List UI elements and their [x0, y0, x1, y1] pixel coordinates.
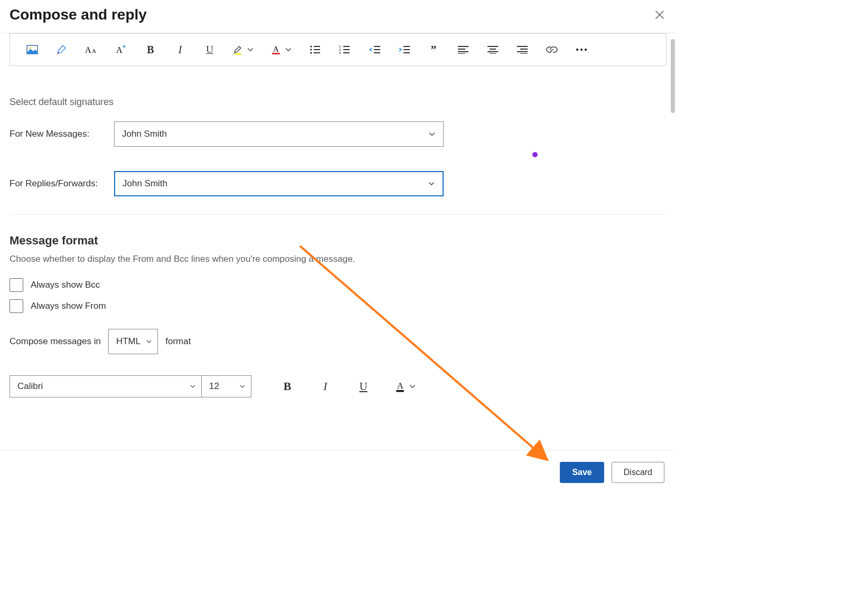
default-font-style-toolbar: B I U A [281, 380, 416, 393]
default-underline-button[interactable]: U [357, 380, 370, 393]
dropdown-value: HTML [116, 336, 140, 347]
always-show-bcc-checkbox[interactable] [10, 278, 23, 292]
default-signatures-heading: Select default signatures [10, 97, 666, 108]
svg-point-15 [580, 49, 583, 51]
format-painter-button[interactable] [55, 43, 68, 56]
italic-button[interactable]: I [174, 43, 186, 56]
font-size-button[interactable]: AA [85, 43, 98, 56]
dropdown-value: Calibri [17, 381, 43, 392]
paint-brush-icon [56, 44, 68, 55]
align-center-button[interactable] [486, 43, 499, 56]
svg-text:3: 3 [339, 51, 341, 54]
clear-formatting-button[interactable]: A [115, 43, 127, 56]
numbered-list-button[interactable]: 123 [339, 43, 351, 56]
always-show-from-checkbox[interactable] [10, 299, 23, 313]
editor-toolbar: AA A B I U A [10, 33, 666, 65]
chevron-down-icon [190, 383, 196, 390]
dropdown-value: John Smith [123, 178, 167, 189]
new-messages-label: For New Messages: [10, 129, 105, 139]
compose-format-row: Compose messages in HTML format [10, 329, 666, 354]
more-options-button[interactable] [575, 43, 588, 56]
chevron-down-icon [146, 338, 152, 345]
always-show-from-label: Always show From [31, 301, 106, 311]
underline-button[interactable]: U [203, 43, 216, 56]
svg-point-8 [311, 46, 312, 48]
chevron-down-icon [285, 46, 292, 53]
compose-format-label-pre: Compose messages in [10, 336, 101, 347]
font-color-icon: A [395, 381, 406, 392]
font-size-icon: AA [85, 45, 98, 54]
outdent-button[interactable] [368, 43, 381, 56]
align-left-icon [457, 45, 469, 54]
svg-point-10 [311, 52, 312, 54]
default-italic-button[interactable]: I [319, 380, 332, 393]
align-center-icon [487, 45, 499, 54]
svg-text:A: A [397, 381, 403, 390]
indent-button[interactable] [398, 43, 410, 56]
align-right-button[interactable] [516, 43, 529, 56]
chevron-down-icon [247, 46, 254, 53]
font-color-icon: A [271, 44, 281, 55]
default-font-name-dropdown[interactable]: Calibri [10, 375, 202, 397]
clear-format-icon: A [115, 44, 127, 55]
align-right-icon [517, 45, 528, 54]
replies-forwards-label: For Replies/Forwards: [10, 178, 105, 189]
vertical-scrollbar[interactable] [671, 39, 675, 113]
settings-scroll-area[interactable]: Compose and reply AA [0, 0, 676, 450]
new-messages-signature-dropdown[interactable]: John Smith [114, 121, 444, 147]
highlighter-icon [233, 44, 243, 55]
signature-editor[interactable]: AA A B I U A [10, 33, 666, 66]
svg-point-16 [585, 49, 587, 51]
close-icon [655, 10, 664, 20]
always-show-bcc-label: Always show Bcc [31, 280, 100, 290]
svg-text:A: A [85, 45, 91, 54]
svg-text:A: A [92, 48, 96, 54]
svg-point-9 [311, 49, 312, 51]
new-messages-row: For New Messages: John Smith [10, 121, 666, 147]
chevron-down-icon [239, 383, 246, 390]
close-button[interactable] [654, 9, 665, 21]
align-left-button[interactable] [457, 43, 470, 56]
svg-point-14 [576, 49, 578, 51]
highlight-color-button[interactable] [233, 44, 254, 55]
indent-icon [398, 45, 410, 54]
default-font-size-dropdown[interactable]: 12 [202, 375, 251, 397]
always-show-bcc-row: Always show Bcc [10, 278, 666, 292]
bold-button[interactable]: B [144, 43, 157, 56]
replies-forwards-signature-dropdown[interactable]: John Smith [114, 171, 444, 196]
message-format-description: Choose whether to display the From and B… [10, 254, 666, 264]
section-divider [10, 214, 666, 215]
default-font-color-button[interactable]: A [395, 381, 416, 392]
font-color-button[interactable]: A [271, 44, 292, 55]
bullet-list-button[interactable] [309, 43, 322, 56]
replies-forwards-row: For Replies/Forwards: John Smith [10, 171, 666, 196]
insert-link-button[interactable] [546, 43, 558, 56]
save-button[interactable]: Save [560, 462, 604, 483]
always-show-from-row: Always show From [10, 299, 666, 313]
ellipsis-icon [576, 48, 587, 51]
dropdown-value: John Smith [122, 129, 167, 139]
svg-rect-18 [396, 390, 404, 392]
insert-image-button[interactable] [26, 43, 39, 56]
svg-rect-7 [272, 53, 280, 54]
chevron-down-icon [428, 130, 436, 138]
message-format-heading: Message format [10, 234, 666, 248]
numbered-list-icon: 123 [339, 45, 351, 54]
svg-text:A: A [116, 45, 123, 54]
quote-button[interactable]: ” [427, 43, 440, 56]
svg-rect-5 [234, 53, 241, 55]
compose-format-label-post: format [165, 336, 191, 347]
chevron-down-icon [409, 383, 416, 390]
chevron-down-icon [428, 180, 435, 187]
image-icon [26, 45, 38, 54]
link-icon [546, 46, 558, 53]
page-title: Compose and reply [10, 6, 147, 23]
dropdown-value: 12 [209, 381, 219, 392]
bullet-list-icon [309, 45, 321, 54]
svg-text:A: A [273, 45, 279, 53]
svg-point-1 [29, 47, 31, 49]
panel-header: Compose and reply [0, 0, 676, 33]
discard-button[interactable]: Discard [612, 462, 664, 483]
default-bold-button[interactable]: B [281, 380, 294, 393]
compose-format-dropdown[interactable]: HTML [108, 329, 158, 354]
